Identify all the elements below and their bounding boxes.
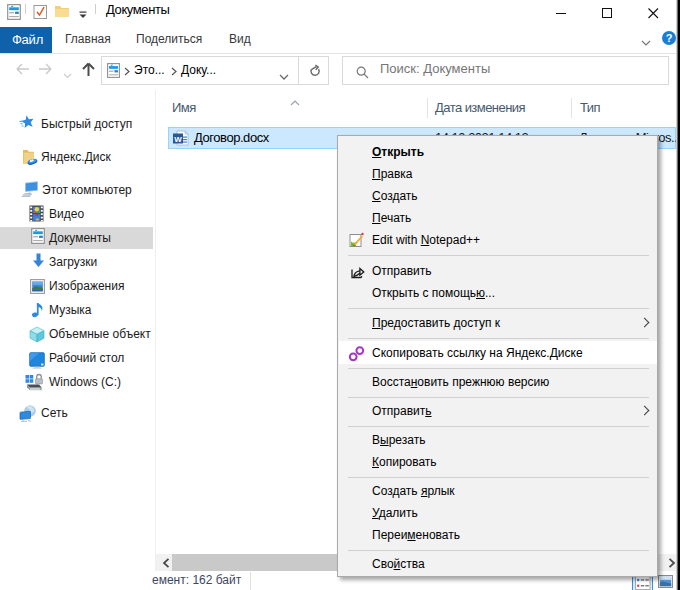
svg-text:W: W [174, 135, 182, 144]
